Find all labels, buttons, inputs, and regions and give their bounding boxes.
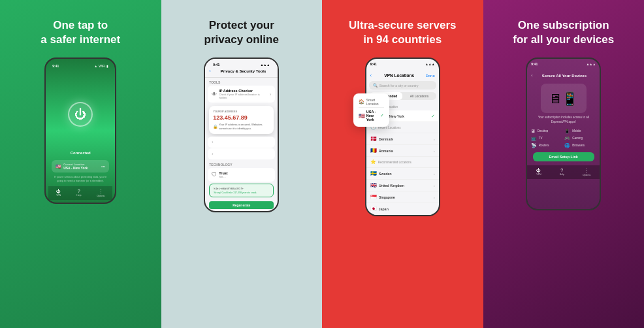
regenerate-button[interactable]: Regenerate [209,201,274,209]
power-button-area: ⏻ [68,71,93,151]
help-label: Help [76,194,81,197]
nav-vpn-4[interactable]: ⏻ VPN [536,168,541,176]
p2-back-btn[interactable]: ‹ [209,69,210,73]
trust-text: Trust Set ... [219,171,271,178]
flag-japan: 🇯🇵 [370,206,377,212]
status-bar-1: 9:41 ▲ WiFi ▮ [48,64,112,68]
device-desktop: 🖥 Desktop [531,129,562,134]
gaming-icon: 🎮 [564,136,570,141]
vpn-label-4: VPN [536,173,541,176]
selected-location[interactable]: 🇺🇸 USA - New York ✓ [359,108,384,123]
flag-romania: 🇷🇴 [370,148,377,154]
panel-1-title: One tap to a safer internet [40,18,120,47]
connected-label: Connected [71,151,91,155]
recent-label: Recent Locations [378,126,435,129]
p2-navigation: ‹ Privacy & Security Tools [209,69,274,73]
device-routers: 📡 Routers [531,143,562,148]
panel-purple: One subscription for all your devices 9:… [483,0,645,328]
options-label-4: Options [583,174,590,176]
location-sweden[interactable]: 🇸🇪 Sweden › [366,168,439,180]
tv-icon: 📺 [531,136,537,141]
shield-icon: 🛡 [212,172,217,178]
bottom-nav-bar-4: ⏻ VPN ? Help ⋮ Options [527,165,600,179]
lock-icon: 🔒 [213,124,217,129]
routers-label: Routers [539,144,549,147]
power-circle[interactable]: ⏻ [68,102,93,127]
smart-location-option[interactable]: 🏠 Smart Location [359,97,384,108]
check-icon: ✓ [380,113,384,118]
phone-1-screen: 9:41 ▲ WiFi ▮ ⏻ Connected 🇺🇸 Current Loc… [46,59,115,203]
signal-4: ▲▲▲ [586,62,596,66]
panel-gray: Protect your privacy online 9:41 ▲▲▲ ‹ P… [161,0,323,328]
phone-mockup-1: 9:41 ▲ WiFi ▮ ⏻ Connected 🇺🇸 Current Loc… [44,57,116,204]
smart-location-text: Smart Location [366,98,384,106]
device-browsers: 🌐 Browsers [564,143,596,148]
location-romania[interactable]: 🇷🇴 Romania › [366,145,439,157]
ip-checker-item[interactable]: 👁 IP Address Checker Check if your IP ad… [208,86,275,103]
phone-2-screen: 9:41 ▲▲▲ ‹ Privacy & Security Tools Tool… [205,59,278,211]
options-icon: ⋮ [99,189,103,194]
smart-location-icon: 🏠 [359,99,364,105]
more-dots-icon[interactable]: ••• [101,165,105,169]
email-setup-button[interactable]: Email Setup Link [533,152,594,161]
bottom-info-text: If you're serious about protecting data,… [48,175,112,182]
singapore-label: Singapore [379,195,432,199]
chevron-ro: › [434,149,435,153]
nav-options-1[interactable]: ⋮ Options [97,189,105,197]
browsers-icon: 🌐 [564,143,570,148]
location-japan[interactable]: 🇯🇵 Japan [366,203,439,215]
popup-flag-usa: 🇺🇸 [359,113,365,119]
ip-checker-sub: Check if your IP address/location is hid… [219,93,268,99]
location-denmark[interactable]: 🇩🇰 Denmark › [366,133,439,145]
phone-3-screen: 9:41 ▲▲▲ ‹ VPN Locations Done 🔍 Search f… [366,59,439,215]
nav-help-4[interactable]: ? Help [560,168,564,176]
phone-mockup-4: 9:41 ▲▲▲ ‹ Secure All Your Devices 🖥📱 Yo… [526,57,601,210]
trust-item[interactable]: 🛡 Trust Set ... [208,168,275,182]
chevron-right-3: › [212,152,213,156]
status-icons-3: ▲▲▲ [425,62,435,66]
ip-label: YOUR IP ADDRESS [213,110,270,113]
status-icons-1: ▲ WiFi ▮ [94,64,108,68]
nav-help-1[interactable]: ? Help [76,189,81,197]
popup-location-name: USA - New York [366,110,379,122]
options-label: Options [97,195,105,197]
status-icons-2: ▲▲▲ [260,63,270,67]
done-button[interactable]: Done [425,74,434,78]
recommended-icon: ⭐ [370,159,376,165]
help-icon: ? [78,189,80,193]
status-time-1: 9:41 [52,64,59,68]
location-bar: 🇺🇸 Current Location USA - New York ••• [52,160,109,172]
p2-screen-title: Privacy & Security Tools [213,69,274,73]
status-icons-4: ▲▲▲ [586,62,596,66]
p2-item-3[interactable]: › [208,148,275,159]
keygen-popup: k4ec+m6a6hY6Bu(H1f+ Strong! Could take 3… [209,184,274,197]
ip-secure-text: Your IP address is secured. Websites can… [219,123,270,130]
signal-icon-2: ▲▲▲ [260,63,270,67]
vpn-label: VPN [56,194,61,197]
flag-usa: 🇺🇸 [56,164,61,169]
chevron-right-2: › [212,140,213,144]
status-bar-3: 9:41 ▲▲▲ [366,59,439,67]
nav-options-4[interactable]: ⋮ Options [583,168,590,176]
p3-nav: ‹ VPN Locations Done [366,70,439,80]
flag-singapore: 🇸🇬 [370,194,377,200]
location-uk[interactable]: 🇬🇧 United Kingdom › [366,180,439,191]
browsers-label: Browsers [572,144,585,147]
seg-all-locations[interactable]: All Locations [402,92,436,100]
gaming-label: Gaming [572,137,583,140]
device-mobile: 📱 Mobile [564,129,596,134]
p3-back-btn[interactable]: ‹ [370,73,372,78]
p2-item-2[interactable]: › [208,137,275,148]
eye-icon: 👁 [212,91,217,97]
wifi-icon: WiFi [99,64,105,68]
location-search[interactable]: 🔍 Search for a city or country [369,81,436,90]
nav-vpn-1[interactable]: ⏻ VPN [56,189,61,197]
signal-3: ▲▲▲ [425,62,435,66]
location-singapore[interactable]: 🇸🇬 Singapore › [366,191,439,203]
recommended-label: Recommended Locations [378,161,435,164]
trust-sub: Set ... [219,175,271,178]
signal-icon: ▲ [94,64,97,68]
subscription-text: Your subscription includes access to all… [527,116,600,125]
battery-icon: ▮ [106,64,108,68]
denmark-label: Denmark [379,137,432,141]
